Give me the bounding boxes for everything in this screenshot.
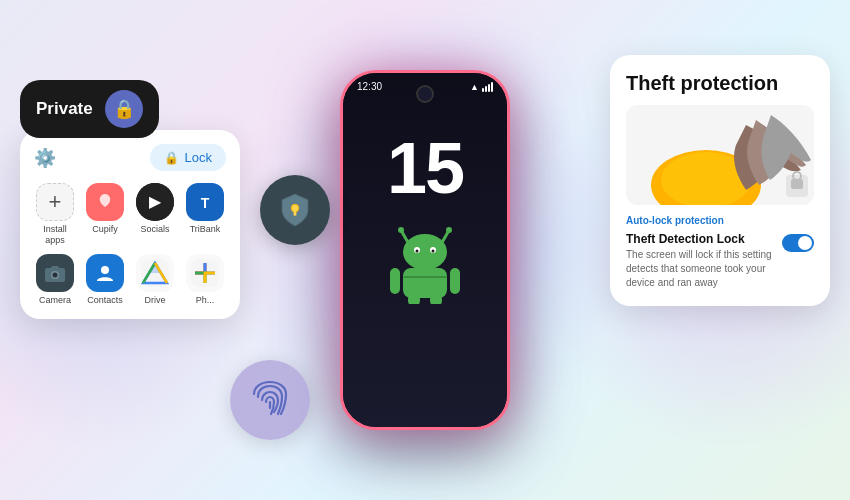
photos-icon — [186, 254, 224, 292]
theft-detect-toggle[interactable] — [782, 234, 814, 252]
theft-illustration-svg — [626, 105, 814, 205]
lock-btn-icon: 🔒 — [164, 151, 179, 165]
settings-gear-icon[interactable]: ⚙️ — [34, 147, 56, 169]
svg-rect-9 — [51, 266, 59, 269]
theft-illustration — [626, 105, 814, 205]
svg-point-26 — [432, 250, 435, 253]
app-item-contacts[interactable]: Contacts — [84, 254, 126, 306]
lock-icon: 🔒 — [113, 98, 135, 120]
lock-button[interactable]: 🔒 Lock — [150, 144, 226, 171]
svg-rect-29 — [450, 268, 460, 294]
app-panel: ⚙️ 🔒 Lock + Install apps Cupify ▶ Social… — [20, 130, 240, 319]
phone-screen: 12:30 ▲ 15 — [343, 73, 507, 427]
app-item-tribank[interactable]: T TriBank — [184, 183, 226, 246]
signal-bar-1 — [482, 88, 484, 92]
phone-android-version: 15 — [387, 132, 463, 204]
lock-button-label: Lock — [185, 150, 212, 165]
app-item-photos[interactable]: Ph... — [184, 254, 226, 306]
svg-text:▶: ▶ — [149, 193, 162, 210]
svg-rect-17 — [294, 211, 297, 216]
app-label-cupify: Cupify — [92, 224, 118, 235]
phone-icons: ▲ — [470, 82, 493, 92]
camera-icon — [36, 254, 74, 292]
install-apps-icon: + — [36, 183, 74, 221]
app-item-socials[interactable]: ▶ Socials — [134, 183, 176, 246]
fingerprint-badge — [230, 360, 310, 440]
svg-point-8 — [53, 272, 58, 277]
theft-detect-text: Theft Detection Lock The screen will loc… — [626, 232, 774, 290]
private-strip: Private 🔒 — [20, 80, 159, 138]
svg-rect-30 — [408, 294, 420, 304]
app-item-camera[interactable]: Camera — [34, 254, 76, 306]
android-robot — [380, 224, 470, 308]
svg-point-21 — [446, 227, 452, 233]
settings-lock-row: ⚙️ 🔒 Lock — [34, 144, 226, 171]
svg-rect-27 — [403, 268, 447, 298]
socials-icon: ▶ — [136, 183, 174, 221]
app-item-install[interactable]: + Install apps — [34, 183, 76, 246]
private-label: Private — [36, 99, 93, 119]
svg-rect-32 — [403, 276, 447, 278]
theft-detect-title: Theft Detection Lock — [626, 232, 774, 246]
signal-bar-3 — [488, 84, 490, 92]
private-lock-circle: 🔒 — [105, 90, 143, 128]
tribank-icon: T — [186, 183, 224, 221]
app-label-photos: Ph... — [196, 295, 215, 306]
signal-bars — [482, 82, 493, 92]
svg-point-19 — [398, 227, 404, 233]
theft-detect-row: Theft Detection Lock The screen will loc… — [626, 232, 814, 290]
app-grid: + Install apps Cupify ▶ Socials T TriBan… — [34, 183, 226, 305]
app-label-socials: Socials — [140, 224, 169, 235]
svg-point-16 — [291, 204, 299, 212]
cupify-icon — [86, 183, 124, 221]
shield-badge — [260, 175, 330, 245]
svg-rect-28 — [390, 268, 400, 294]
wifi-icon: ▲ — [470, 82, 479, 92]
svg-rect-31 — [430, 294, 442, 304]
theft-title: Theft protection — [626, 71, 814, 95]
auto-lock-label: Auto-lock protection — [626, 215, 814, 226]
signal-bar-2 — [485, 86, 487, 92]
phone: 12:30 ▲ 15 — [340, 70, 510, 430]
theft-protection-panel: Theft protection Auto-lock protection Th… — [610, 55, 830, 306]
android-robot-svg — [380, 224, 470, 304]
svg-point-11 — [101, 266, 109, 274]
theft-detect-desc: The screen will lock if this setting det… — [626, 248, 774, 290]
shield-key-icon — [276, 191, 314, 229]
app-item-cupify[interactable]: Cupify — [84, 183, 126, 246]
app-item-drive[interactable]: Drive — [134, 254, 176, 306]
phone-time: 12:30 — [357, 81, 382, 92]
signal-bar-4 — [491, 82, 493, 92]
fingerprint-icon — [248, 378, 292, 422]
svg-point-25 — [416, 250, 419, 253]
svg-point-22 — [403, 234, 447, 270]
app-label-install: Install apps — [34, 224, 76, 246]
svg-text:T: T — [201, 195, 210, 211]
app-label-contacts: Contacts — [87, 295, 123, 306]
contacts-icon — [86, 254, 124, 292]
app-label-drive: Drive — [144, 295, 165, 306]
app-label-camera: Camera — [39, 295, 71, 306]
drive-icon — [136, 254, 174, 292]
phone-notch — [416, 85, 434, 103]
app-label-tribank: TriBank — [190, 224, 221, 235]
